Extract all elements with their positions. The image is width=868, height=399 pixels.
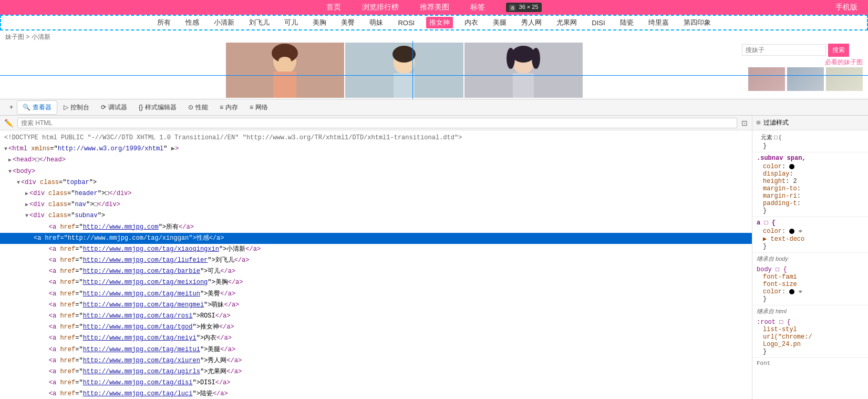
font-label: Font — [752, 358, 868, 369]
html-line-1[interactable]: ▼<html xmlns="http://www.w3.org/1999/xht… — [0, 144, 752, 155]
html-search-input[interactable] — [17, 118, 737, 128]
html-line-3[interactable]: ▼<body> — [0, 166, 752, 177]
nav-link-tags[interactable]: 标签 — [470, 3, 485, 12]
tab-network[interactable]: ≡ 网络 — [244, 101, 273, 114]
subnav-item-可儿[interactable]: 可儿 — [281, 17, 301, 28]
html-line-16[interactable]: <a href="http://www.mmjpg.com/tag/rosi">… — [0, 311, 752, 322]
html-line-14[interactable]: <a href="http://www.mmjpg.com/tag/meitun… — [0, 289, 752, 300]
html-line-15[interactable]: <a href="http://www.mmjpg.com/tag/mengme… — [0, 300, 752, 311]
html-line-13[interactable]: <a href="http://www.mmjpg.com/tag/meixio… — [0, 277, 752, 288]
subnav-item-尤果网[interactable]: 尤果网 — [553, 17, 580, 28]
size-badge: a 36 × 25 — [506, 3, 541, 12]
html-line-8[interactable]: <a href="http://www.mmjpg.com">所有</a> — [0, 222, 752, 233]
tab-console[interactable]: ▷ 控制台 — [58, 101, 95, 114]
nav-link-recommend[interactable]: 推荐美图 — [420, 3, 449, 12]
tab-performance[interactable]: ⊙ 性能 — [183, 101, 213, 114]
html-line-7[interactable]: ▼<div class="subnav"> — [0, 210, 752, 221]
html-line-4[interactable]: ▼<div class="topbar"> — [0, 177, 752, 188]
html-line-9[interactable]: <a href="http://www.mmjpg.com/tag/xingga… — [0, 233, 752, 244]
body-section: body □ { font-fami font-size color: ● } — [752, 264, 868, 305]
html-line-21[interactable]: <a href="http://www.mmjpg.com/tag/ugirls… — [0, 366, 752, 377]
html-line-0[interactable]: <!DOCTYPE html PUBLIC "-//W3C//DTD XHTML… — [0, 132, 752, 144]
subnav-item-性感[interactable]: 性感 — [182, 17, 202, 28]
a-selector: a □ { — [757, 219, 864, 227]
svg-point-4 — [278, 57, 291, 65]
subnav-item-内衣[interactable]: 内衣 — [461, 17, 481, 28]
subnav-item-ROSI[interactable]: ROSI — [395, 18, 418, 28]
mobile-btn[interactable]: 手机版 — [835, 3, 857, 12]
sidebar-search: 搜索 — [742, 44, 863, 57]
tab-inspector[interactable]: 🔍 查看器 — [17, 100, 57, 115]
html-line-11[interactable]: <a href="http://www.mmjpg.com/tag/liufei… — [0, 255, 752, 266]
html-line-18[interactable]: <a href="http://www.mmjpg.com/tag/neiyi"… — [0, 333, 752, 344]
add-panel-button[interactable]: + — [4, 101, 16, 113]
tab-memory[interactable]: ≡ 内存 — [214, 101, 243, 114]
preview-images — [226, 41, 583, 99]
devtools-main: ✏️ ⊡ <!DOCTYPE html PUBLIC "-//W3C//DTD … — [0, 116, 868, 399]
style-rule-close: } — [757, 207, 864, 214]
sidebar-thumb-1[interactable] — [748, 67, 785, 91]
subnav-item-第四印象[interactable]: 第四印象 — [680, 17, 714, 28]
tab-style-editor[interactable]: {} 样式编辑器 — [133, 101, 182, 114]
sidebar-thumb-3[interactable] — [826, 67, 863, 91]
styles-panel: ⊞ 过滤样式 元素 □ { } .subnav span, color: dis… — [752, 116, 868, 399]
devtools-toolbar: + 🔍 查看器 ▷ 控制台 ⟳ 调试器 {} 样式编辑器 ⊙ 性能 ≡ 内存 ≡… — [0, 99, 868, 116]
svg-rect-2 — [273, 71, 296, 98]
preview-image-1[interactable] — [226, 43, 344, 98]
subnav-selector: .subnav span, — [757, 155, 864, 162]
style-rule-height: height: 2 — [757, 178, 864, 185]
memory-icon: ≡ — [220, 104, 223, 111]
html-content[interactable]: <!DOCTYPE html PUBLIC "-//W3C//DTD XHTML… — [0, 130, 752, 399]
style-rule-a-close: } — [757, 243, 864, 250]
subnav-item-美腿[interactable]: 美腿 — [490, 17, 510, 28]
subnav-item-所有[interactable]: 所有 — [154, 17, 174, 28]
sidebar-thumbs — [748, 67, 863, 91]
sidebar-thumb-2[interactable] — [787, 67, 824, 91]
preview-image-3[interactable] — [464, 43, 583, 98]
html-line-23[interactable]: <a href="http://www.mmjpg.com/tag/luci">… — [0, 388, 752, 399]
sub-nav: 所有性感小清新刘飞儿可儿美胸美臀萌妹ROSI推女神内衣美腿秀人网尤果网DISI陆… — [0, 15, 868, 30]
html-line-2[interactable]: ▶<head>□</head> — [0, 155, 752, 166]
panel-icon-btn-2[interactable]: ⊡ — [741, 119, 748, 127]
root-url: url("chrome:/ — [757, 333, 864, 341]
subnav-item-美胸[interactable]: 美胸 — [309, 17, 329, 28]
body-fontfamily: font-fami — [757, 273, 864, 281]
html-line-12[interactable]: <a href="http://www.mmjpg.com/tag/barbie… — [0, 266, 752, 277]
search-input[interactable] — [742, 44, 826, 56]
style-rule-a-textdeco: ▶ text-deco — [757, 235, 864, 243]
html-line-20[interactable]: <a href="http://www.mmjpg.com/tag/xiuren… — [0, 355, 752, 366]
html-line-10[interactable]: <a href="http://www.mmjpg.com/tag/xiaoqi… — [0, 244, 752, 255]
subnav-section: .subnav span, color: display: height: 2 … — [752, 152, 868, 217]
style-rule-a-color: color: ● — [757, 228, 864, 235]
subnav-item-美臀[interactable]: 美臀 — [338, 17, 358, 28]
tab-debugger[interactable]: ⟳ 调试器 — [96, 101, 132, 114]
panel-icon-btn-1[interactable]: ✏️ — [4, 119, 13, 127]
html-line-6[interactable]: ▶<div class="nav">□</div> — [0, 199, 752, 210]
subnav-item-DISI[interactable]: DISI — [588, 18, 608, 28]
subnav-item-小清新[interactable]: 小清新 — [211, 17, 237, 28]
nav-link-home[interactable]: 首页 — [326, 3, 341, 12]
html-line-19[interactable]: <a href="http://www.mmjpg.com/tag/meitui… — [0, 344, 752, 355]
subnav-item-秀人网[interactable]: 秀人网 — [518, 17, 545, 28]
nav-link-browse[interactable]: 浏览排行榜 — [362, 3, 399, 12]
featured-link[interactable]: 必看的妹子图 — [825, 58, 863, 67]
html-line-5[interactable]: ▶<div class="header">□</div> — [0, 188, 752, 199]
search-button[interactable]: 搜索 — [828, 44, 849, 57]
subnav-item-绮里嘉[interactable]: 绮里嘉 — [645, 17, 672, 28]
html-line-22[interactable]: <a href="http://www.mmjpg.com/tag/disi">… — [0, 377, 752, 388]
subnav-item-萌妹[interactable]: 萌妹 — [366, 17, 386, 28]
preview-image-2[interactable] — [345, 43, 463, 98]
subnav-item-刘飞儿[interactable]: 刘飞儿 — [246, 17, 273, 28]
inherited-body-label: 继承自 body — [752, 253, 868, 264]
body-fontsize: font-size — [757, 281, 864, 288]
subnav-item-推女神[interactable]: 推女神 — [426, 17, 453, 28]
html-line-17[interactable]: <a href="http://www.mmjpg.com/tag/tgod">… — [0, 322, 752, 333]
subnav-item-陆瓷[interactable]: 陆瓷 — [617, 17, 637, 28]
debugger-icon: ⟳ — [101, 104, 106, 111]
body-selector: body □ { — [757, 266, 864, 273]
style-rule-margintop: margin-to: — [757, 185, 864, 192]
style-rule: } — [757, 142, 864, 150]
html-panel: ✏️ ⊡ <!DOCTYPE html PUBLIC "-//W3C//DTD … — [0, 116, 752, 399]
body-color: color: ● — [757, 288, 864, 295]
style-rule-color: color: — [757, 163, 864, 170]
